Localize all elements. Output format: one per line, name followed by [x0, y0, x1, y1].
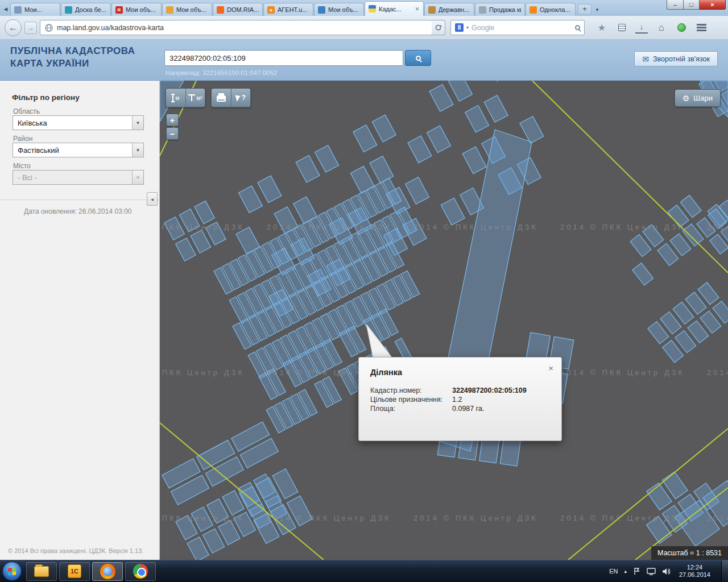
- tab-close-icon[interactable]: ×: [415, 6, 420, 12]
- taskbar-explorer-button[interactable]: [26, 562, 57, 581]
- web-search-bar[interactable]: 8 ▾ Google: [450, 20, 585, 35]
- map-watermark: 2014 © ПКК Центр ДЗК: [707, 368, 728, 377]
- tab[interactable]: a АГЕНТ.u...: [263, 3, 313, 16]
- tab[interactable]: Мои объ...: [314, 3, 364, 16]
- ruler-icon: [172, 94, 175, 102]
- volume-icon[interactable]: [662, 568, 671, 575]
- tab[interactable]: Доска бе...: [61, 3, 111, 16]
- addon-icon[interactable]: [675, 22, 688, 34]
- cadastral-number-value: 3224987200:02:05:109: [452, 386, 527, 395]
- start-button[interactable]: [2, 562, 22, 581]
- tab-label: Мои объ...: [328, 6, 360, 13]
- region-label: Область: [13, 107, 40, 115]
- map-parcels-layer: [160, 81, 728, 560]
- measure-length-button[interactable]: м: [166, 89, 185, 107]
- action-center-flag-icon[interactable]: [633, 568, 640, 575]
- measure-length-label: м: [176, 95, 180, 101]
- new-tab-button[interactable]: +: [578, 4, 592, 15]
- display-icon[interactable]: [647, 568, 656, 575]
- reload-button[interactable]: [432, 20, 445, 35]
- chevron-down-icon[interactable]: ▼: [132, 116, 143, 130]
- map-watermark: 2014 © ПКК Центр ДЗК: [413, 223, 538, 231]
- home-icon[interactable]: ⌂: [655, 22, 668, 34]
- map-watermark: 2014 © ПКК Центр ДЗК: [160, 368, 245, 377]
- panel-icon: [618, 24, 626, 31]
- district-select[interactable]: Фастівський ▼: [13, 143, 144, 157]
- taskbar-1c-button[interactable]: 1С: [59, 562, 90, 581]
- feedback-button[interactable]: ✉ Зворотній зв'язок: [634, 51, 718, 66]
- tab-list-dropdown-icon[interactable]: ▾: [592, 4, 602, 15]
- hidden-icons-arrow-icon[interactable]: ▴: [624, 568, 627, 574]
- tab-label: Мои объ...: [176, 6, 208, 13]
- maximize-button[interactable]: □: [684, 0, 700, 10]
- search-engine-caret-icon[interactable]: ▾: [466, 25, 469, 30]
- language-indicator[interactable]: EN: [609, 568, 618, 575]
- tab[interactable]: DOM.RIA...: [213, 3, 263, 16]
- url-text[interactable]: map.land.gov.ua/kadastrova-karta: [57, 24, 427, 32]
- minimize-button[interactable]: –: [667, 0, 684, 10]
- printer-icon: [217, 95, 226, 102]
- desktop: ◀ Мои... Доска бе... R Мои объ... Мои об…: [0, 0, 728, 582]
- layers-label: Шари: [693, 94, 713, 102]
- area-value: 0.0987 га.: [452, 404, 484, 413]
- measure-tool-group: м м²: [166, 88, 205, 107]
- forward-button[interactable]: →: [24, 22, 37, 34]
- site-globe-icon: [45, 24, 53, 32]
- map-watermark: 2014 © ПКК Центр ДЗК: [707, 514, 728, 522]
- nav-icon-strip: ★ ↓ ⌂: [595, 22, 708, 34]
- tab[interactable]: Мои объ...: [162, 3, 212, 16]
- close-icon[interactable]: ×: [548, 363, 553, 373]
- tab[interactable]: Мои...: [10, 3, 60, 16]
- tab[interactable]: Однокла...: [526, 3, 576, 16]
- zoom-in-button[interactable]: +: [166, 114, 179, 126]
- purpose-label: Цільове призначення:: [370, 395, 452, 404]
- cadastral-search-input[interactable]: [164, 50, 403, 66]
- print-button[interactable]: [212, 89, 231, 107]
- url-bar[interactable]: map.land.gov.ua/kadastrova-karta: [40, 20, 432, 35]
- bookmarks-panel-icon[interactable]: [615, 22, 628, 34]
- taskbar-chrome-button[interactable]: [125, 562, 156, 581]
- window-controls: – □ ×: [667, 0, 726, 10]
- web-search-placeholder[interactable]: Google: [471, 24, 572, 32]
- site-logo: ПУБЛІЧНА КАДАСТРОВА КАРТА УКРАЇНИ: [10, 45, 135, 70]
- parcel-info-popup: Ділянка × Кадастр.номер: 3224987200:02:0…: [358, 357, 562, 441]
- tab-label: Кадас...: [379, 6, 412, 13]
- measure-area-button[interactable]: м²: [185, 89, 205, 107]
- menu-button[interactable]: [695, 22, 708, 34]
- question-icon: ?: [242, 94, 246, 102]
- search-engine-icon[interactable]: 8: [455, 23, 464, 32]
- close-window-button[interactable]: ×: [700, 0, 726, 10]
- tab-favicon-icon: [217, 6, 224, 14]
- tab[interactable]: Державн...: [424, 3, 474, 16]
- tab-active-kadastrova[interactable]: Кадас... ×: [365, 1, 424, 16]
- tab-label: АГЕНТ.u...: [278, 6, 309, 13]
- chevron-down-icon[interactable]: ▼: [132, 143, 143, 157]
- tab-label: Однокла...: [540, 6, 572, 13]
- show-desktop-button[interactable]: [721, 560, 728, 582]
- sidebar-collapse-button[interactable]: ◂: [147, 192, 158, 206]
- 1c-icon: 1С: [68, 564, 81, 578]
- filter-sidebar: Фільтр по регіону Область Київська ▼ Рай…: [0, 81, 160, 560]
- tab-favicon-icon: [428, 6, 436, 14]
- region-select[interactable]: Київська ▼: [13, 115, 144, 130]
- site-header: ПУБЛІЧНА КАДАСТРОВА КАРТА УКРАЇНИ Наприк…: [0, 40, 728, 81]
- filter-title: Фільтр по регіону: [12, 93, 80, 102]
- scale-indicator: Масштаб = 1 : 8531: [651, 546, 728, 560]
- bookmark-star-icon[interactable]: ★: [595, 22, 608, 34]
- layers-button[interactable]: ⚙ Шари: [675, 89, 721, 107]
- tab[interactable]: Продажа ква...: [475, 3, 525, 16]
- back-button[interactable]: ←: [5, 19, 22, 36]
- identify-button[interactable]: ?: [231, 89, 250, 107]
- taskbar-firefox-button[interactable]: [92, 562, 123, 581]
- area-ruler-icon: [188, 94, 195, 102]
- clock[interactable]: 12:24 27.06.2014: [679, 564, 710, 579]
- cadastral-map[interactable]: 2014 © ПКК Центр ДЗК2014 © ПКК Центр ДЗК…: [160, 81, 728, 560]
- measure-area-label: м²: [196, 95, 202, 101]
- search-magnifier-icon[interactable]: [575, 25, 580, 30]
- tab[interactable]: R Мои объ...: [111, 3, 162, 16]
- downloads-icon[interactable]: ↓: [635, 22, 648, 34]
- zoom-out-button[interactable]: −: [166, 127, 179, 140]
- cadastral-search-button[interactable]: [405, 50, 431, 66]
- tab-scroll-left-icon[interactable]: ◀: [1, 3, 10, 15]
- district-label: Район: [13, 135, 32, 143]
